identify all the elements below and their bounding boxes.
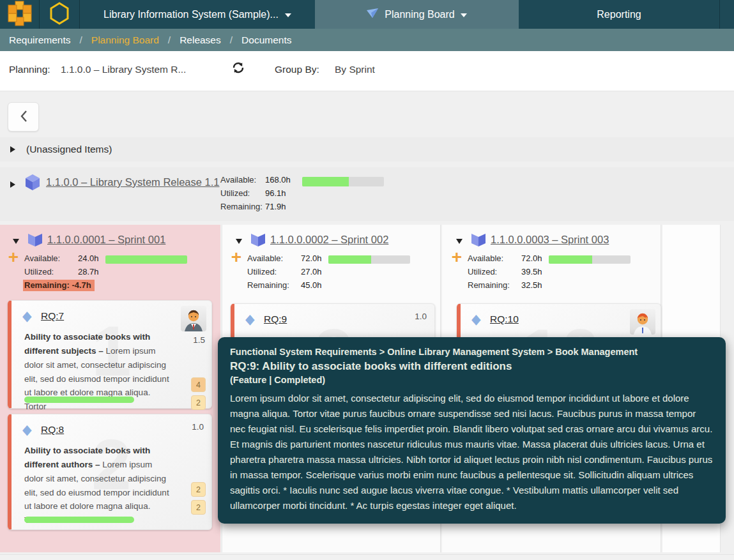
breadcrumb-item-planning-board[interactable]: Planning Board xyxy=(91,34,159,46)
requirement-diamond-icon: ◆ xyxy=(22,421,32,437)
utilized-value: 27.0h xyxy=(301,267,322,276)
breadcrumb-separator: / xyxy=(80,34,82,46)
remaining-overallocated-highlight: Remaining: -4.7h xyxy=(23,280,95,291)
card-progress-bar xyxy=(24,397,134,403)
remaining-value: -4.7h xyxy=(72,280,91,290)
breadcrumb-item-documents[interactable]: Documents xyxy=(241,34,291,46)
requirement-diamond-icon: ◆ xyxy=(22,307,32,324)
release-row: 1.1.0.0 – Library System Release 1.1 Ava… xyxy=(0,167,734,221)
release-cube-icon xyxy=(24,174,41,193)
utilized-value: 96.1h xyxy=(265,188,286,198)
chevron-left-icon xyxy=(19,110,28,125)
sprint-2-stats: Available:72.0h Utilized:27.0h Remaining… xyxy=(247,252,322,292)
expand-arrow-icon[interactable] xyxy=(10,146,15,153)
remaining-label: Remaining: xyxy=(24,280,70,290)
chevron-down-icon xyxy=(285,13,291,17)
sprint-2-link[interactable]: 1.1.0.0.0002 – Sprint 002 xyxy=(270,234,388,246)
requirement-diamond-icon: ◆ xyxy=(245,310,255,327)
workspace-switcher[interactable] xyxy=(40,0,80,29)
remaining-label: Remaining: xyxy=(247,278,301,292)
group-by-dropdown[interactable]: By Sprint xyxy=(335,64,375,75)
utilized-label: Utilized: xyxy=(220,186,265,200)
remaining-value: 71.9h xyxy=(265,202,286,211)
utilized-value: 28.7h xyxy=(78,267,99,276)
expand-arrow-icon[interactable] xyxy=(10,181,15,188)
requirement-tooltip: Functional System Requirements > Online … xyxy=(218,337,726,524)
available-value: 24.0h xyxy=(78,254,99,263)
release-link[interactable]: 1.1.0.0 – Library System Release 1.1 xyxy=(46,176,219,188)
collapse-arrow-icon[interactable] xyxy=(236,239,242,244)
requirement-card[interactable]: 1 ◆ RQ:7 1.5 Ability to associate books … xyxy=(8,300,212,409)
collapse-panel-button[interactable] xyxy=(8,102,39,132)
app-logo[interactable] xyxy=(0,0,40,29)
unassigned-items-label: (Unassigned Items) xyxy=(26,144,112,155)
breadcrumb-separator: / xyxy=(230,34,233,46)
sprint-3-header: 1.1.0.0.0003 – Sprint 003 + Available:72… xyxy=(443,225,661,291)
release-stats: Available:168.0h Utilized:96.1h Remainin… xyxy=(220,173,291,213)
breadcrumb-item-requirements[interactable]: Requirements xyxy=(9,34,71,46)
add-item-button[interactable]: + xyxy=(448,249,465,266)
add-item-button[interactable]: + xyxy=(5,249,22,266)
count-badge: 2 xyxy=(191,482,206,497)
collapse-arrow-icon[interactable] xyxy=(13,239,19,244)
refresh-button[interactable] xyxy=(230,60,247,77)
project-dropdown[interactable]: Library Information System (Sample)... xyxy=(80,0,315,29)
sprint-icon xyxy=(27,232,43,250)
collapse-arrow-icon[interactable] xyxy=(456,239,463,244)
sprint-1-link[interactable]: 1.1.0.0.0001 – Sprint 001 xyxy=(47,234,165,246)
sprint-3-link[interactable]: 1.1.0.0.0003 – Sprint 003 xyxy=(491,234,609,246)
breadcrumb: Requirements / Planning Board / Releases… xyxy=(0,29,734,51)
sprint-icon xyxy=(250,232,266,250)
planning-toolbar: Planning: 1.1.0.0 – Library System R... … xyxy=(0,51,734,91)
avatar xyxy=(630,309,655,335)
remaining-label: Remaining: xyxy=(468,278,521,292)
breadcrumb-item-releases[interactable]: Releases xyxy=(180,34,221,46)
requirement-diamond-icon: ◆ xyxy=(471,310,481,327)
utilized-label: Utilized: xyxy=(247,265,301,278)
requirement-card[interactable]: 2 ◆ RQ:8 1.0 Ability to associate books … xyxy=(8,414,212,530)
sprint-3-stats: Available:72.0h Utilized:39.5h Remaining… xyxy=(468,252,542,292)
tab-planning-board-label: Planning Board xyxy=(385,9,454,20)
add-item-button[interactable]: + xyxy=(228,249,245,266)
requirement-link[interactable]: RQ:8 xyxy=(41,424,64,435)
planning-release-dropdown[interactable]: 1.1.0.0 – Library System R... xyxy=(61,64,186,75)
refresh-icon xyxy=(231,67,245,77)
sprint-3-progress-bar xyxy=(549,255,631,264)
sprint-2-progress-bar xyxy=(328,255,410,264)
available-label: Available: xyxy=(220,173,265,186)
tab-reporting[interactable]: Reporting xyxy=(519,0,720,29)
planning-board-screen: Library Information System (Sample)... P… xyxy=(0,0,734,560)
tab-reporting-label: Reporting xyxy=(597,9,641,20)
available-label: Available: xyxy=(247,252,301,265)
sprint-icon xyxy=(470,232,487,250)
requirement-link[interactable]: RQ:10 xyxy=(490,314,519,325)
remaining-label: Remaining: xyxy=(220,200,265,213)
planning-board: (Unassigned Items) 1.1.0.0 – Library Sys… xyxy=(0,91,734,560)
available-value: 72.0h xyxy=(301,254,322,263)
sprint-2-header: 1.1.0.0.0002 – Sprint 002 + Available:72… xyxy=(223,225,441,291)
utilized-value: 39.5h xyxy=(521,267,542,276)
count-badge: 2 xyxy=(191,500,206,515)
sprint-1-header: 1.1.0.0.0001 – Sprint 001 + Available:24… xyxy=(0,225,218,291)
requirement-link[interactable]: RQ:7 xyxy=(41,310,64,322)
project-dropdown-label: Library Information System (Sample)... xyxy=(103,9,279,20)
available-value: 72.0h xyxy=(521,254,542,263)
planning-label: Planning: xyxy=(9,64,50,75)
tooltip-title: RQ:9: Ability to associate books with di… xyxy=(230,360,714,373)
release-progress-bar xyxy=(302,177,384,186)
tab-planning-board[interactable]: Planning Board xyxy=(315,0,519,29)
planning-board-icon xyxy=(367,8,379,21)
requirement-link[interactable]: RQ:9 xyxy=(264,314,287,325)
utilized-label: Utilized: xyxy=(468,265,521,278)
sprint-1-progress-bar xyxy=(105,255,187,264)
unassigned-items-row[interactable]: (Unassigned Items) xyxy=(0,137,734,162)
sprint-1-stats: Available:24.0h Utilized:28.7h Remaining… xyxy=(24,252,99,292)
available-value: 168.0h xyxy=(265,175,291,185)
card-progress-bar xyxy=(24,517,134,523)
remaining-value: 32.5h xyxy=(521,280,542,290)
horizontal-scrollbar[interactable] xyxy=(0,554,734,560)
count-badge: 4 xyxy=(191,377,206,392)
available-label: Available: xyxy=(24,252,78,265)
utilized-label: Utilized: xyxy=(24,265,78,278)
avatar xyxy=(181,306,206,331)
